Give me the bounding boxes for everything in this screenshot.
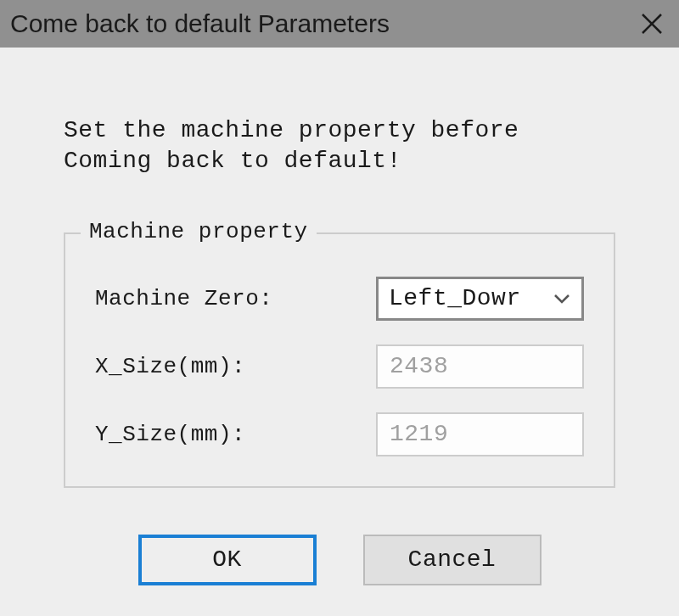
y-size-value: 1219 xyxy=(390,421,448,447)
x-size-value: 2438 xyxy=(390,353,448,379)
instruction-text: Set the machine property before Coming b… xyxy=(64,115,615,177)
machine-zero-value: Left_Dowr xyxy=(389,285,521,311)
dialog-content: Set the machine property before Coming b… xyxy=(0,48,679,585)
close-icon[interactable] xyxy=(640,12,664,36)
y-size-input[interactable]: 1219 xyxy=(376,412,584,456)
y-size-label: Y_Size(mm): xyxy=(95,422,245,447)
cancel-button[interactable]: Cancel xyxy=(363,535,542,585)
titlebar: Come back to default Parameters xyxy=(0,0,679,48)
x-size-input[interactable]: 2438 xyxy=(376,344,584,389)
group-legend: Machine property xyxy=(81,219,317,244)
dialog-title: Come back to default Parameters xyxy=(10,9,390,38)
ok-button[interactable]: OK xyxy=(138,535,317,585)
button-row: OK Cancel xyxy=(64,530,615,585)
x-size-row: X_Size(mm): 2438 xyxy=(95,344,584,389)
machine-zero-label: Machine Zero: xyxy=(95,286,272,311)
machine-property-group: Machine property Machine Zero: Left_Dowr… xyxy=(64,232,615,488)
machine-zero-row: Machine Zero: Left_Dowr xyxy=(95,277,584,321)
y-size-row: Y_Size(mm): 1219 xyxy=(95,412,584,456)
x-size-label: X_Size(mm): xyxy=(95,354,245,379)
chevron-down-icon xyxy=(553,289,571,308)
machine-zero-select[interactable]: Left_Dowr xyxy=(376,277,584,321)
